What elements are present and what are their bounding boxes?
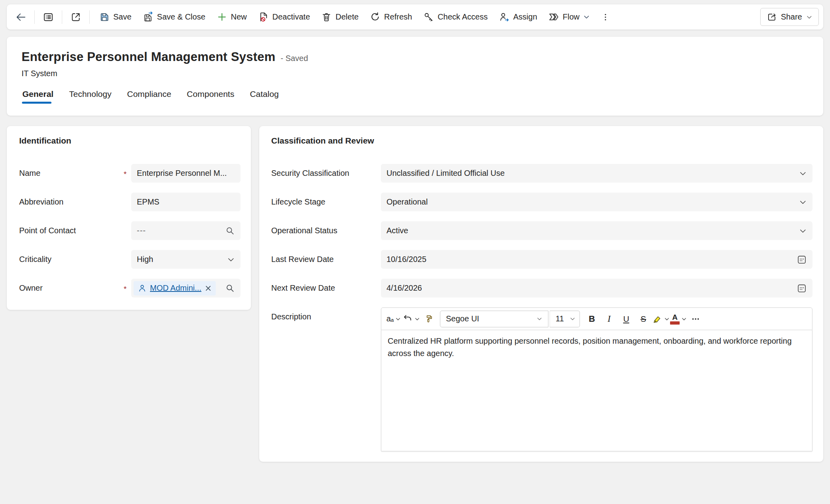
description-input[interactable]: Centralized HR platform supporting perso… — [381, 330, 812, 451]
field-name: Name * Enterprise Personnel M... — [19, 164, 241, 183]
field-next-review-date: Next Review Date 4/16/2026 — [271, 279, 812, 297]
format-painter-button[interactable] — [420, 310, 437, 328]
assign-button[interactable]: Assign — [494, 8, 542, 26]
more-commands-button[interactable] — [596, 8, 615, 26]
owner-record-pill[interactable]: MOD Admini... — [134, 281, 216, 295]
classification-section: Classification and Review Security Class… — [259, 126, 823, 462]
owner-lookup[interactable]: MOD Admini... — [131, 279, 241, 297]
tab-compliance[interactable]: Compliance — [126, 87, 172, 107]
point-of-contact-lookup[interactable]: --- — [131, 221, 241, 240]
refresh-button[interactable]: Refresh — [365, 8, 417, 26]
toolbar-divider — [62, 10, 62, 24]
delete-icon — [321, 12, 332, 22]
underline-button[interactable]: U — [618, 310, 635, 328]
deactivate-button[interactable]: Deactivate — [253, 8, 315, 26]
record-type-label: IT System — [22, 69, 823, 78]
font-color-button[interactable]: A — [670, 310, 687, 328]
flow-button[interactable]: Flow — [543, 8, 595, 26]
form-switcher-button[interactable] — [39, 8, 58, 26]
field-point-of-contact: Point of Contact --- — [19, 221, 241, 240]
new-button[interactable]: New — [211, 8, 252, 26]
field-criticality: Criticality High — [19, 250, 241, 269]
rte-toolbar: aₐ — [381, 307, 812, 330]
search-icon[interactable] — [225, 226, 235, 236]
calendar-icon[interactable] — [796, 254, 807, 265]
save-icon — [99, 12, 110, 22]
owner-record-link[interactable]: MOD Admini... — [150, 284, 201, 293]
deactivate-icon — [258, 12, 269, 22]
format-painter-icon — [424, 314, 434, 324]
active-tab-indicator — [22, 102, 51, 104]
flow-icon — [548, 12, 559, 22]
field-owner: Owner * MOD Admini... — [19, 279, 241, 297]
chevron-down-icon — [681, 316, 687, 322]
delete-button[interactable]: Delete — [316, 8, 364, 26]
highlight-button[interactable] — [652, 310, 670, 328]
undo-icon — [402, 314, 413, 324]
chevron-down-icon — [799, 198, 807, 206]
save-and-close-button[interactable]: Save & Close — [138, 8, 211, 26]
clear-icon[interactable] — [205, 285, 212, 292]
next-review-date-input[interactable]: 4/16/2026 — [381, 279, 812, 297]
more-formatting-button[interactable] — [687, 310, 704, 328]
new-icon — [217, 12, 227, 22]
identification-section: Identification Name * Enterprise Personn… — [7, 126, 251, 310]
tab-components[interactable]: Components — [186, 87, 235, 107]
back-button[interactable] — [11, 8, 30, 26]
save-status: - Saved — [280, 54, 308, 63]
more-options-icon — [690, 314, 701, 324]
save-button[interactable]: Save — [94, 8, 137, 26]
chevron-down-icon — [395, 316, 401, 322]
tab-technology[interactable]: Technology — [68, 87, 112, 107]
font-family-select[interactable]: Segoe UI — [440, 311, 548, 327]
section-title: Identification — [19, 136, 241, 146]
field-abbreviation: Abbreviation EPMS — [19, 193, 241, 211]
field-operational-status: Operational Status Active — [271, 221, 812, 240]
chevron-down-icon — [664, 316, 670, 322]
last-review-date-input[interactable]: 10/16/2025 — [381, 250, 812, 269]
name-input[interactable]: Enterprise Personnel M... — [131, 164, 241, 183]
form-switcher-icon — [43, 12, 54, 23]
highlight-icon — [652, 314, 662, 324]
font-size-select[interactable]: 11 — [550, 311, 580, 327]
description-rich-text-editor: aₐ — [381, 307, 812, 451]
chevron-down-icon — [536, 316, 542, 322]
tab-catalog[interactable]: Catalog — [249, 87, 279, 107]
strikethrough-button[interactable]: S — [635, 310, 652, 328]
required-marker: * — [124, 168, 131, 179]
person-icon — [138, 284, 147, 293]
form-tabs: General Technology Compliance Components… — [22, 87, 823, 107]
toolbar-divider — [34, 10, 35, 24]
required-marker: * — [124, 283, 131, 293]
share-button[interactable]: Share — [760, 8, 819, 26]
field-security-classification: Security Classification Unclassified / L… — [271, 164, 812, 183]
search-icon[interactable] — [225, 283, 235, 293]
calendar-icon[interactable] — [796, 283, 807, 293]
operational-status-select[interactable]: Active — [381, 221, 812, 240]
chevron-down-icon — [806, 14, 812, 20]
command-bar: Save Save & Close New Deactivate Delete … — [7, 4, 823, 30]
chevron-down-icon — [799, 227, 807, 235]
assign-icon — [499, 12, 510, 22]
field-lifecycle-stage: Lifecycle Stage Operational — [271, 193, 812, 211]
more-commands-icon — [601, 12, 610, 22]
security-classification-select[interactable]: Unclassified / Limited Official Use — [381, 164, 812, 183]
criticality-select[interactable]: High — [131, 250, 241, 269]
popout-button[interactable] — [66, 8, 85, 26]
abbreviation-input[interactable]: EPMS — [131, 193, 241, 211]
chevron-down-icon — [570, 316, 576, 322]
chevron-down-icon — [227, 256, 235, 264]
check-access-button[interactable]: Check Access — [418, 8, 493, 26]
section-title: Classification and Review — [271, 136, 812, 146]
popout-icon — [70, 12, 81, 23]
undo-button[interactable] — [402, 310, 420, 328]
lifecycle-stage-select[interactable]: Operational — [381, 193, 812, 211]
save-close-icon — [143, 12, 154, 22]
record-header: Enterprise Personnel Management System -… — [7, 37, 823, 116]
bold-button[interactable]: B — [584, 310, 600, 328]
proofing-button[interactable]: aₐ — [385, 310, 402, 328]
tab-general[interactable]: General — [22, 87, 54, 107]
field-last-review-date: Last Review Date 10/16/2025 — [271, 250, 812, 269]
italic-button[interactable]: I — [601, 310, 617, 328]
refresh-icon — [370, 12, 380, 22]
